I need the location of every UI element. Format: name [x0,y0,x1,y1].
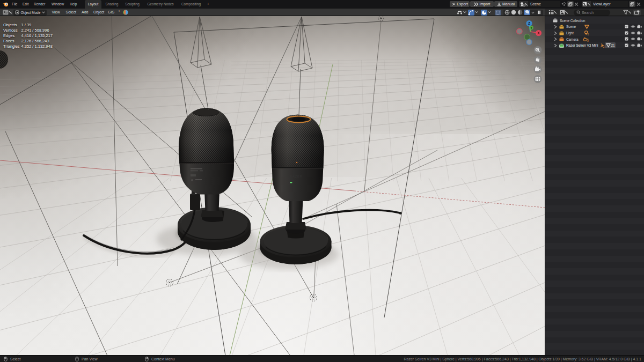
svg-text:8: 8 [587,33,589,35]
svg-text:X: X [537,31,540,35]
svg-text:RAZER: RAZER [290,175,303,178]
svg-text:Y: Y [530,26,532,29]
svg-text:2: 2 [587,40,589,42]
svg-text:Z: Z [528,21,530,25]
